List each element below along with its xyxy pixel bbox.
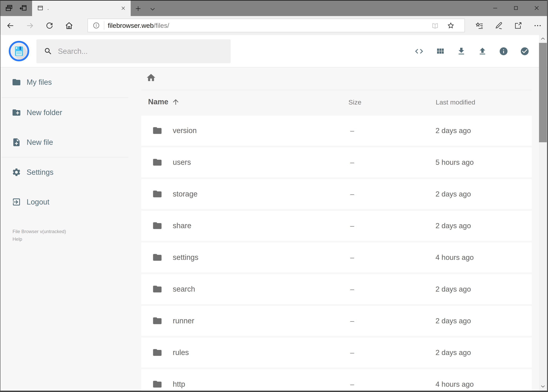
- page-scrollbar[interactable]: [539, 35, 547, 391]
- window-controls: [485, 0, 547, 16]
- folder-icon: [152, 316, 162, 326]
- sidebar-item-label: New folder: [27, 108, 62, 117]
- switch-view-grid-button[interactable]: [436, 46, 445, 56]
- scrollbar-thumb[interactable]: [539, 43, 547, 142]
- sidebar: My files New folder New file Settings Lo…: [0, 68, 130, 392]
- file-row[interactable]: http – 4 hours ago: [141, 369, 532, 392]
- browser-tab[interactable]: .: [32, 0, 131, 16]
- download-button[interactable]: [457, 46, 466, 56]
- back-button[interactable]: [6, 21, 15, 30]
- file-row[interactable]: share – 2 days ago: [141, 211, 532, 241]
- sidebar-item-settings[interactable]: Settings: [0, 162, 130, 182]
- home-button[interactable]: [65, 21, 74, 30]
- address-host: filebrowser.web: [108, 22, 153, 29]
- folder-icon: [152, 347, 162, 357]
- search-box[interactable]: [36, 39, 231, 63]
- file-size: –: [350, 274, 354, 304]
- file-size: –: [350, 369, 354, 392]
- sidebar-item-new-file[interactable]: New file: [0, 133, 130, 152]
- file-name: settings: [173, 243, 198, 273]
- column-header-name[interactable]: Name: [148, 98, 180, 106]
- file-name: rules: [173, 338, 189, 368]
- file-size: –: [350, 211, 354, 241]
- address-path: /files/: [153, 22, 169, 29]
- file-modified: 5 hours ago: [436, 147, 474, 177]
- column-header-size[interactable]: Size: [348, 98, 361, 106]
- plus-icon: [135, 5, 142, 12]
- select-multiple-button[interactable]: [520, 46, 529, 56]
- app-version-text: File Browser v(untracked): [13, 229, 66, 234]
- logout-icon: [12, 197, 21, 207]
- refresh-button[interactable]: [45, 21, 54, 30]
- code-icon: [414, 47, 424, 56]
- add-favorite-button[interactable]: [446, 21, 455, 30]
- forward-icon: [26, 21, 34, 30]
- info-icon: [499, 46, 508, 56]
- folder-icon: [152, 252, 162, 262]
- file-modified: 4 hours ago: [436, 243, 474, 273]
- window-border-top: [0, 0, 548, 0]
- folder-icon: [152, 284, 162, 294]
- annotate-button[interactable]: [494, 21, 503, 30]
- file-row[interactable]: version – 2 days ago: [141, 116, 532, 146]
- address-bar[interactable]: filebrowser.web/files/: [87, 19, 465, 32]
- tab-list-button[interactable]: [148, 4, 157, 14]
- tab-preview-button[interactable]: [4, 4, 14, 13]
- forward-button[interactable]: [25, 21, 35, 30]
- file-row[interactable]: settings – 4 hours ago: [141, 243, 532, 273]
- info-button[interactable]: [499, 46, 508, 56]
- file-row[interactable]: users – 5 hours ago: [141, 147, 532, 177]
- close-window-button[interactable]: [526, 0, 547, 16]
- pen-icon: [494, 21, 503, 30]
- sidebar-item-logout[interactable]: Logout: [0, 192, 130, 212]
- file-name: search: [173, 274, 195, 304]
- app-logo[interactable]: [9, 41, 29, 62]
- column-header-modified[interactable]: Last modified: [436, 98, 475, 106]
- more-menu-button[interactable]: [533, 21, 542, 30]
- sidebar-divider: [1, 98, 128, 98]
- upload-icon: [478, 47, 487, 56]
- address-url: filebrowser.web/files/: [108, 22, 169, 29]
- help-link[interactable]: Help: [13, 236, 22, 242]
- page-info-icon[interactable]: [92, 22, 100, 29]
- upload-button[interactable]: [478, 46, 487, 56]
- tab-preview-icon: [5, 4, 13, 12]
- file-modified: 2 days ago: [436, 179, 471, 209]
- reading-view-button[interactable]: [431, 21, 439, 30]
- hub-button[interactable]: [475, 21, 484, 30]
- file-modified: 2 days ago: [436, 211, 471, 241]
- search-input[interactable]: [57, 47, 214, 56]
- folder-icon: [152, 189, 162, 199]
- sidebar-item-label: Logout: [27, 198, 49, 206]
- scrollbar-up-button[interactable]: [539, 35, 547, 42]
- tab-close-button[interactable]: [120, 5, 127, 12]
- sidebar-item-label: Settings: [27, 168, 53, 176]
- tab-page-icon: [37, 5, 43, 11]
- sidebar-item-new-folder[interactable]: New folder: [0, 103, 130, 122]
- filebrowser-logo-icon: [9, 41, 29, 62]
- file-modified: 2 days ago: [436, 306, 471, 336]
- maximize-button[interactable]: [506, 0, 526, 16]
- new-tab-button[interactable]: [133, 4, 143, 13]
- breadcrumb-home-icon[interactable]: [146, 73, 156, 83]
- app-body: My files New folder New file Settings Lo…: [0, 68, 548, 392]
- file-row[interactable]: rules – 2 days ago: [141, 338, 532, 368]
- share-icon: [514, 21, 522, 30]
- switch-view-code-button[interactable]: [414, 46, 424, 56]
- address-separator: [104, 21, 104, 29]
- file-row[interactable]: storage – 2 days ago: [141, 179, 532, 209]
- file-row[interactable]: search – 2 days ago: [141, 274, 532, 304]
- scrollbar-down-button[interactable]: [539, 383, 547, 390]
- star-icon: [447, 21, 455, 30]
- minimize-button[interactable]: [485, 0, 506, 16]
- check-circle-icon: [520, 46, 529, 56]
- grid-view-icon: [436, 47, 445, 56]
- file-size: –: [350, 306, 354, 336]
- file-name: runner: [173, 306, 194, 336]
- set-tabs-aside-button[interactable]: [18, 4, 28, 13]
- share-button[interactable]: [513, 21, 523, 30]
- file-row[interactable]: runner – 2 days ago: [141, 306, 532, 336]
- file-name: storage: [173, 179, 198, 209]
- file-size: –: [350, 147, 354, 177]
- sidebar-item-my-files[interactable]: My files: [0, 72, 130, 92]
